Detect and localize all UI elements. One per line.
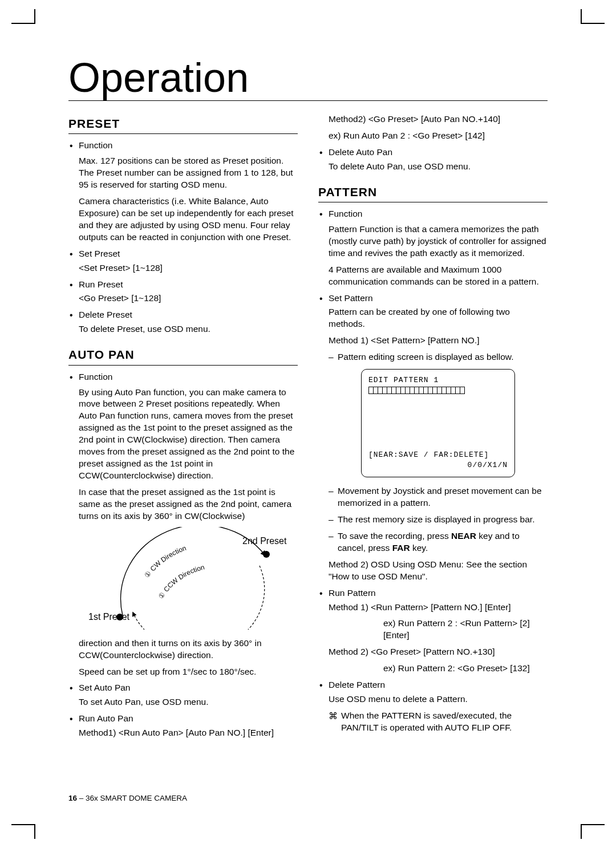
svg-text:① CCW Direction: ① CCW Direction xyxy=(157,563,205,600)
autopan-set-label: Set Auto Pan xyxy=(79,683,131,692)
preset-set-item: Set Preset <Set Preset> [1~128] xyxy=(68,248,298,274)
autopan-direction-diagram: ① CW Direction ① CCW Direction 1st Prese… xyxy=(88,527,288,630)
autopan-set-text: To set Auto Pan, use OSD menu. xyxy=(79,696,298,708)
preset-function-p2: Camera characteristics (i.e. White Balan… xyxy=(79,196,298,244)
page-footer: 16 – 36x SMART DOME CAMERA xyxy=(68,794,187,802)
pattern-set-m1-sub1: Pattern editing screen is displayed as b… xyxy=(329,351,548,363)
crop-mark-tr xyxy=(582,23,605,33)
pattern-delete-text: Use OSD menu to delete a Pattern. xyxy=(329,693,548,705)
pattern-function-p1: Pattern Function is that a camera memori… xyxy=(329,224,548,259)
preset-function-label: Function xyxy=(79,140,112,150)
pattern-progress-bar xyxy=(368,387,508,397)
autopan-function-item: Function By using Auto Pan function, you… xyxy=(68,371,298,678)
autopan-run-item: Run Auto Pan Method1) <Run Auto Pan> [Au… xyxy=(68,713,298,739)
autopan-function-p4: Speed can be set up from 1°/sec to 180°/… xyxy=(79,666,298,678)
pattern-set-item: Set Pattern Pattern can be created by on… xyxy=(318,293,548,583)
pattern-function-p2: 4 Patterns are available and Maximum 100… xyxy=(329,264,548,288)
pattern-function-label: Function xyxy=(329,209,362,218)
preset-delete-label: Delete Preset xyxy=(79,310,132,319)
autopan-function-p1: By using Auto Pan function, you can make… xyxy=(79,387,298,482)
pattern-function-item: Function Pattern Function is that a came… xyxy=(318,208,548,288)
pattern-run-m2-ex: ex) Run Pattern 2: <Go Preset> [132] xyxy=(329,663,548,675)
autopan-delete-item: Delete Auto Pan To delete Auto Pan, use … xyxy=(318,147,548,173)
preset-delete-text: To delete Preset, use OSD menu. xyxy=(79,323,298,335)
pattern-heading: PATTERN xyxy=(318,184,548,202)
diagram-1st-label: 1st Preset xyxy=(88,612,130,622)
preset-set-label: Set Preset xyxy=(79,249,120,258)
left-column: PRESET Function Max. 127 positions can b… xyxy=(68,113,298,744)
pattern-set-m2: Method 2) OSD Using OSD Menu: See the se… xyxy=(329,559,548,583)
autopan-run-m2-ex: ex) Run Auto Pan 2 : <Go Preset> [142] xyxy=(329,130,548,142)
crop-mark-bl xyxy=(11,824,34,825)
autopan-run-m2: Method2) <Go Preset> [Auto Pan NO.+140] xyxy=(329,113,548,125)
pattern-run-item: Run Pattern Method 1) <Run Pattern> [Pat… xyxy=(318,587,548,675)
chapter-title-rule: Operation xyxy=(68,57,548,101)
pattern-delete-item: Delete Pattern Use OSD menu to delete a … xyxy=(318,679,548,734)
preset-delete-item: Delete Preset To delete Preset, use OSD … xyxy=(68,309,298,335)
autopan-delete-label: Delete Auto Pan xyxy=(329,147,392,157)
preset-run-label: Run Preset xyxy=(79,279,123,289)
crop-mark-tl xyxy=(11,23,34,33)
page-number: 16 xyxy=(68,794,77,802)
preset-function-item: Function Max. 127 positions can be store… xyxy=(68,140,298,243)
preset-set-cmd: <Set Preset> [1~128] xyxy=(79,262,298,274)
pattern-edit-screen: EDIT PATTERN 1 [NEAR:SAVE / FAR:DELETE] … xyxy=(361,369,515,477)
pattern-screen-title: EDIT PATTERN 1 xyxy=(368,375,508,386)
autopan-heading: AUTO PAN xyxy=(68,347,298,365)
pattern-set-label: Set Pattern xyxy=(329,293,373,303)
pattern-screen-footer2: 0/0/X1/N xyxy=(368,460,508,470)
diagram-2nd-label: 2nd Preset xyxy=(242,536,287,546)
pattern-run-m2: Method 2) <Go Preset> [Pattern NO.+130] xyxy=(329,646,548,658)
preset-run-cmd: <Go Preset> [1~128] xyxy=(79,293,298,305)
autopan-run-m1: Method1) <Run Auto Pan> [Auto Pan NO.] [… xyxy=(79,727,298,739)
preset-heading: PRESET xyxy=(68,116,298,134)
autopan-function-p2: In case that the preset assigned as the … xyxy=(79,486,298,522)
pattern-note: When the PATTERN is saved/executed, the … xyxy=(329,710,548,734)
svg-point-3 xyxy=(263,551,270,558)
page-content: Operation PRESET Function Max. 127 posit… xyxy=(68,57,548,802)
autopan-set-item: Set Auto Pan To set Auto Pan, use OSD me… xyxy=(68,682,298,708)
two-column-layout: PRESET Function Max. 127 positions can b… xyxy=(68,113,548,744)
pattern-delete-label: Delete Pattern xyxy=(329,680,385,689)
pattern-set-p1: Pattern can be created by one of followi… xyxy=(329,306,548,330)
pattern-run-m1: Method 1) <Run Pattern> [Pattern NO.] [E… xyxy=(329,602,548,614)
pattern-run-label: Run Pattern xyxy=(329,588,376,598)
autopan-function-p3: direction and then it turns on its axis … xyxy=(79,638,298,662)
autopan-run-label: Run Auto Pan xyxy=(79,713,133,723)
pattern-set-m1-sub4: To save the recording, press NEAR key an… xyxy=(329,530,548,554)
preset-run-item: Run Preset <Go Preset> [1~128] xyxy=(68,279,298,305)
autopan-function-label: Function xyxy=(79,372,112,382)
pattern-set-m1-sub2: Movement by Joystick and preset movement… xyxy=(329,485,548,509)
right-column: Method2) <Go Preset> [Auto Pan NO.+140] … xyxy=(318,113,548,744)
chapter-title: Operation xyxy=(68,57,548,100)
pattern-set-m1: Method 1) <Set Pattern> [Pattern NO.] xyxy=(329,335,548,347)
diagram-ccw-label: ① CCW Direction xyxy=(157,563,205,600)
autopan-delete-text: To delete Auto Pan, use OSD menu. xyxy=(329,161,548,173)
pattern-run-m1-ex: ex) Run Pattern 2 : <Run Pattern> [2] [E… xyxy=(329,618,548,642)
crop-mark-br xyxy=(582,824,605,825)
product-name: 36x SMART DOME CAMERA xyxy=(86,794,187,802)
pattern-screen-footer1: [NEAR:SAVE / FAR:DELETE] xyxy=(368,450,508,460)
preset-function-p1: Max. 127 positions can be stored as Pres… xyxy=(79,155,298,191)
pattern-set-m1-sub3: The rest memory size is displayed in pro… xyxy=(329,514,548,526)
